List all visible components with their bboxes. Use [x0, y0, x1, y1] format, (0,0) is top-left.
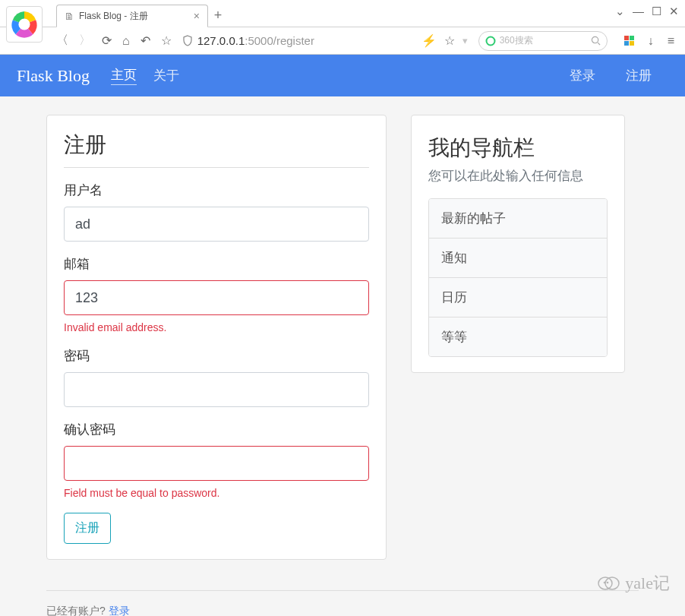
browser-logo [6, 6, 43, 43]
email-error: Invalid email address. [64, 321, 369, 333]
nav-login[interactable]: 登录 [570, 67, 595, 84]
sidebar-card: 我的导航栏 您可以在此处输入任何信息 最新的帖子 通知 日历 等等 [411, 115, 625, 373]
dropdown-icon[interactable]: ▾ [462, 35, 468, 46]
username-label: 用户名 [64, 182, 369, 199]
password-label: 密码 [64, 347, 369, 365]
username-input[interactable] [64, 207, 369, 242]
document-icon: 🗎 [65, 11, 74, 22]
close-icon[interactable]: × [194, 10, 200, 22]
sidebar-subtitle: 您可以在此处输入任何信息 [428, 167, 608, 185]
download-icon[interactable]: ↓ [648, 34, 654, 48]
email-label: 邮箱 [64, 255, 369, 273]
submit-button[interactable]: 注册 [64, 513, 111, 544]
search-engine-icon [485, 36, 496, 46]
star-icon[interactable]: ☆ [161, 33, 172, 48]
minimize-icon[interactable]: — [633, 5, 644, 18]
browser-titlebar: 🗎 Flask Blog - 注册 × + ⌄ — ☐ ✕ [0, 0, 685, 27]
sidebar-item-etc[interactable]: 等等 [429, 317, 607, 356]
close-window-icon[interactable]: ✕ [669, 5, 679, 18]
search-placeholder: 360搜索 [500, 34, 533, 47]
register-card: 注册 用户名 邮箱 Invalid email address. 密码 确认密码… [46, 115, 387, 560]
home-icon[interactable]: ⌂ [122, 34, 130, 48]
confirm-error: Field must be equal to password. [64, 487, 369, 499]
confirm-label: 确认密码 [64, 421, 369, 438]
watermark: yale记 [598, 572, 670, 595]
sidebar-item-calendar[interactable]: 日历 [429, 278, 607, 317]
svg-point-7 [604, 582, 606, 584]
sidebar-item-latest[interactable]: 最新的帖子 [429, 199, 607, 239]
form-title: 注册 [64, 131, 369, 168]
back-icon[interactable]: 〈 [56, 33, 68, 49]
login-link[interactable]: 登录 [109, 605, 130, 616]
search-box[interactable]: 360搜索 [478, 31, 608, 51]
url-text: 127.0.0.1:5000/register [197, 34, 314, 47]
below-form: 已经有账户? 登录 [46, 590, 639, 616]
new-tab-button[interactable]: + [208, 8, 228, 27]
confirm-input[interactable] [64, 446, 369, 481]
sidebar-list: 最新的帖子 通知 日历 等等 [428, 198, 608, 357]
tab-title: Flask Blog - 注册 [79, 10, 148, 23]
svg-point-3 [592, 36, 598, 43]
sidebar-title: 我的导航栏 [428, 134, 608, 163]
have-account-text: 已经有账户? [46, 605, 106, 616]
address-bar[interactable]: 127.0.0.1:5000/register ⚡ ☆ ▾ [182, 30, 468, 52]
reload-icon[interactable]: ⟳ [102, 33, 112, 48]
window-controls: ⌄ — ☐ ✕ [615, 5, 679, 18]
email-input[interactable] [64, 280, 369, 315]
sidebar-item-notice[interactable]: 通知 [429, 239, 607, 278]
extension-icon[interactable]: ⌄ [615, 5, 625, 18]
flash-icon[interactable]: ⚡ [421, 33, 437, 48]
svg-point-1 [18, 18, 30, 30]
svg-point-8 [607, 582, 609, 584]
browser-tab[interactable]: 🗎 Flask Blog - 注册 × [56, 5, 208, 27]
nav-register[interactable]: 注册 [626, 67, 652, 84]
navbar: Flask Blog 主页 关于 登录 注册 [0, 55, 685, 96]
svg-point-2 [486, 36, 494, 45]
menu-icon[interactable]: ≡ [668, 34, 674, 48]
password-input[interactable] [64, 372, 369, 407]
nav-home[interactable]: 主页 [111, 66, 137, 85]
forward-icon: 〉 [79, 33, 91, 49]
search-icon[interactable] [591, 36, 601, 46]
toolbar-right: ↓ ≡ [618, 34, 685, 48]
bookmark-icon[interactable]: ☆ [444, 33, 455, 48]
maximize-icon[interactable]: ☐ [652, 5, 661, 18]
svg-line-4 [598, 43, 600, 45]
undo-icon[interactable]: ↶ [140, 33, 150, 48]
shield-icon [182, 35, 193, 46]
apps-icon[interactable] [624, 36, 634, 46]
brand[interactable]: Flask Blog [17, 66, 90, 86]
browser-toolbar: 〈 〉 ⟳ ⌂ ↶ ☆ 127.0.0.1:5000/register ⚡ ☆ … [0, 27, 685, 55]
nav-about[interactable]: 关于 [153, 67, 179, 84]
